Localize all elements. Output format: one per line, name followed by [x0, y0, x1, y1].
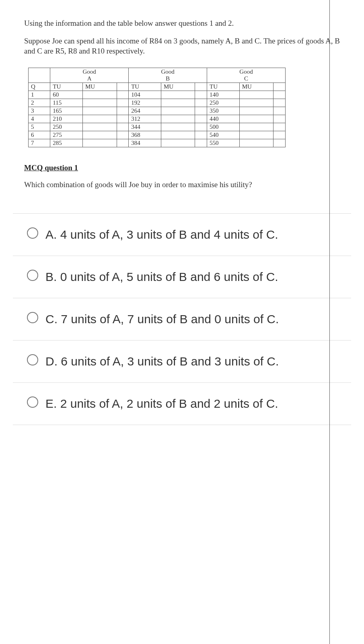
- table-row: 4210312440: [29, 115, 286, 123]
- cell-mu-c: [239, 123, 274, 131]
- option-e[interactable]: E. 2 units of A, 2 units of B and 2 unit…: [13, 383, 351, 425]
- cell-mu-b: [161, 139, 195, 147]
- cell-mu-a: [83, 131, 117, 139]
- table-body: 1601041402115192250316526435042103124405…: [29, 91, 286, 147]
- col-blank-a: [117, 83, 129, 91]
- cell-blank-b: [195, 91, 207, 99]
- cell-mu-c: [239, 107, 274, 115]
- cell-tu-c: 500: [207, 123, 240, 131]
- option-c[interactable]: C. 7 units of A, 7 units of B and 0 unit…: [13, 298, 351, 341]
- cell-blank-c: [274, 107, 286, 115]
- table-row: 7285384550: [29, 139, 286, 147]
- cell-mu-c: [239, 115, 274, 123]
- group-head-c: GoodC: [207, 68, 286, 83]
- cell-mu-c: [239, 139, 274, 147]
- cell-mu-b: [161, 123, 195, 131]
- radio-icon[interactable]: [27, 354, 38, 365]
- cell-blank-b: [195, 115, 207, 123]
- col-blank-b: [195, 83, 207, 91]
- cell-blank-c: [274, 99, 286, 107]
- option-d[interactable]: D. 6 units of A, 3 units of B and 3 unit…: [13, 341, 351, 383]
- group-head-b: GoodB: [129, 68, 207, 83]
- cell-mu-a: [83, 99, 117, 107]
- col-tu-c: TU: [207, 83, 240, 91]
- cell-tu-c: 250: [207, 99, 240, 107]
- cell-blank-a: [117, 91, 129, 99]
- radio-icon[interactable]: [27, 270, 38, 281]
- intro-line-1: Using the information and the table belo…: [24, 18, 340, 29]
- cell-mu-a: [83, 91, 117, 99]
- cell-tu-b: 312: [129, 115, 161, 123]
- option-b[interactable]: B. 0 units of A, 5 units of B and 6 unit…: [13, 256, 351, 298]
- cell-tu-c: 350: [207, 107, 240, 115]
- table-row: 6275368540: [29, 131, 286, 139]
- cell-q: 5: [29, 123, 50, 131]
- cell-blank-a: [117, 123, 129, 131]
- intro-text: Using the information and the table belo…: [24, 18, 340, 56]
- cell-blank-c: [274, 139, 286, 147]
- cell-blank-b: [195, 107, 207, 115]
- cell-mu-a: [83, 115, 117, 123]
- radio-icon[interactable]: [27, 396, 38, 408]
- col-blank-c: [274, 83, 286, 91]
- cell-mu-b: [161, 131, 195, 139]
- cell-mu-b: [161, 115, 195, 123]
- cell-tu-a: 250: [50, 123, 83, 131]
- cell-tu-b: 192: [129, 99, 161, 107]
- cell-tu-b: 384: [129, 139, 161, 147]
- cell-tu-a: 60: [50, 91, 83, 99]
- cell-q: 1: [29, 91, 50, 99]
- option-d-text: D. 6 units of A, 3 units of B and 3 unit…: [45, 352, 279, 371]
- cell-tu-a: 285: [50, 139, 83, 147]
- table-group-row: GoodA GoodB GoodC: [29, 68, 286, 83]
- option-a[interactable]: A. 4 units of A, 3 units of B and 4 unit…: [13, 214, 351, 256]
- col-q: Q: [29, 83, 50, 91]
- cell-mu-b: [161, 107, 195, 115]
- cell-q: 4: [29, 115, 50, 123]
- option-e-text: E. 2 units of A, 2 units of B and 2 unit…: [45, 394, 278, 413]
- content-area: Using the information and the table belo…: [0, 0, 364, 441]
- mcq-heading: MCQ question 1: [24, 163, 340, 172]
- cell-blank-a: [117, 107, 129, 115]
- cell-tu-a: 275: [50, 131, 83, 139]
- cell-mu-a: [83, 123, 117, 131]
- blank-cell: [29, 68, 50, 83]
- page-right-border: [329, 0, 330, 644]
- cell-mu-c: [239, 91, 274, 99]
- cell-tu-b: 368: [129, 131, 161, 139]
- cell-tu-b: 264: [129, 107, 161, 115]
- cell-blank-a: [117, 131, 129, 139]
- cell-blank-c: [274, 123, 286, 131]
- cell-q: 3: [29, 107, 50, 115]
- options-list: A. 4 units of A, 3 units of B and 4 unit…: [13, 213, 351, 425]
- cell-mu-a: [83, 107, 117, 115]
- cell-q: 7: [29, 139, 50, 147]
- cell-tu-b: 344: [129, 123, 161, 131]
- cell-blank-b: [195, 131, 207, 139]
- cell-q: 6: [29, 131, 50, 139]
- cell-tu-c: 140: [207, 91, 240, 99]
- cell-blank-b: [195, 139, 207, 147]
- cell-mu-b: [161, 91, 195, 99]
- cell-q: 2: [29, 99, 50, 107]
- cell-tu-b: 104: [129, 91, 161, 99]
- utility-table-wrap: GoodA GoodB GoodC Q TU MU TU MU TU MU 16…: [28, 68, 286, 147]
- cell-blank-b: [195, 99, 207, 107]
- intro-line-2: Suppose Joe can spend all his income of …: [24, 36, 340, 56]
- table-row: 3165264350: [29, 107, 286, 115]
- cell-mu-b: [161, 99, 195, 107]
- cell-tu-a: 115: [50, 99, 83, 107]
- table-row: 160104140: [29, 91, 286, 99]
- cell-blank-c: [274, 131, 286, 139]
- cell-mu-c: [239, 131, 274, 139]
- utility-table: GoodA GoodB GoodC Q TU MU TU MU TU MU 16…: [28, 68, 286, 147]
- cell-mu-c: [239, 99, 274, 107]
- radio-icon[interactable]: [27, 312, 38, 323]
- radio-icon[interactable]: [27, 227, 38, 239]
- question-text: Which combination of goods will Joe buy …: [24, 180, 340, 189]
- option-b-text: B. 0 units of A, 5 units of B and 6 unit…: [45, 267, 278, 287]
- cell-blank-b: [195, 123, 207, 131]
- cell-tu-a: 210: [50, 115, 83, 123]
- cell-mu-a: [83, 139, 117, 147]
- cell-tu-c: 440: [207, 115, 240, 123]
